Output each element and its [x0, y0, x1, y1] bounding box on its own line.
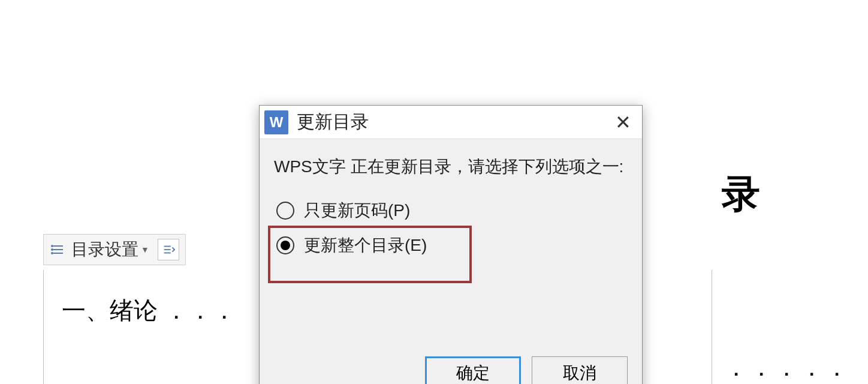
background-title-fragment: 录	[722, 168, 760, 220]
radio-icon	[276, 202, 294, 220]
dialog-message: WPS文字 正在更新目录，请选择下列选项之一:	[274, 152, 628, 181]
radio-group: 只更新页码(P) 更新整个目录(E)	[274, 193, 628, 263]
dialog-button-row: 确定 取消	[425, 356, 628, 384]
radio-pages-only[interactable]: 只更新页码(P)	[274, 193, 628, 228]
toc-settings-dropdown[interactable]: 目录设置 ▼	[71, 238, 149, 261]
toc-toolbar: 目录设置 ▼	[43, 234, 186, 265]
toc-list-icon	[50, 241, 67, 258]
cancel-button[interactable]: 取消	[532, 356, 628, 384]
svg-point-3	[52, 245, 53, 247]
radio-entire-directory-label: 更新整个目录(E)	[304, 234, 427, 257]
close-icon: ✕	[615, 111, 631, 134]
svg-point-4	[52, 249, 53, 250]
radio-icon-checked	[276, 236, 294, 254]
dialog-title: 更新目录	[297, 110, 608, 134]
dialog-body: WPS文字 正在更新目录，请选择下列选项之一: 只更新页码(P) 更新整个目录(…	[260, 139, 642, 276]
update-toc-dialog: W 更新目录 ✕ WPS文字 正在更新目录，请选择下列选项之一: 只更新页码(P…	[259, 105, 643, 384]
radio-entire-directory[interactable]: 更新整个目录(E)	[274, 228, 628, 263]
wps-app-icon: W	[264, 110, 288, 134]
background-dots: ．．．．．	[724, 351, 850, 384]
toc-settings-label: 目录设置	[71, 238, 138, 261]
dialog-titlebar: W 更新目录 ✕	[260, 106, 642, 139]
toc-update-button[interactable]	[158, 239, 179, 260]
radio-pages-only-label: 只更新页码(P)	[304, 199, 410, 222]
close-button[interactable]: ✕	[608, 108, 637, 137]
svg-point-5	[52, 253, 53, 254]
chevron-down-icon: ▼	[141, 245, 149, 254]
ok-button[interactable]: 确定	[425, 356, 521, 384]
